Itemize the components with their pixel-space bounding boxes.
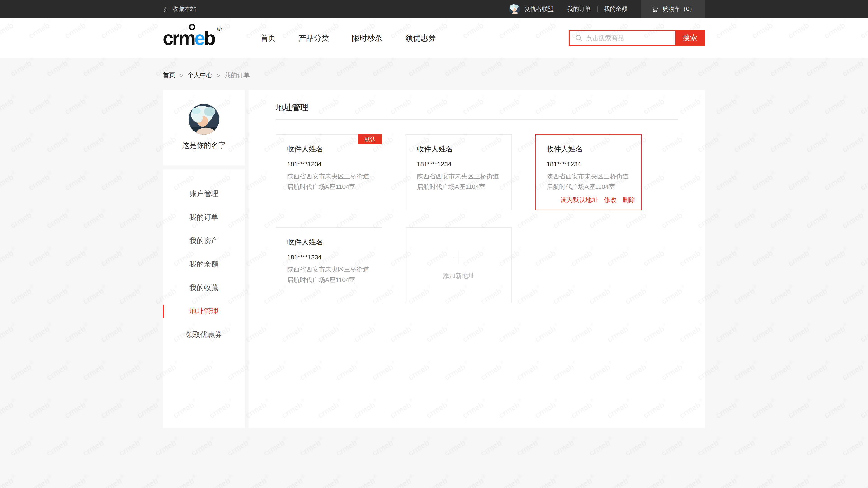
watermark-text: crmeb® xyxy=(858,94,868,117)
watermark-text: crmeb® xyxy=(858,398,868,420)
sidebar-item-account[interactable]: 账户管理 xyxy=(163,182,245,205)
watermark-text: crmeb® xyxy=(8,284,37,306)
watermark-text: crmeb® xyxy=(117,284,145,306)
edit-button[interactable]: 修改 xyxy=(604,196,617,204)
watermark-text: crmeb® xyxy=(0,170,19,193)
watermark-text: crmeb® xyxy=(117,132,145,155)
watermark-text: crmeb® xyxy=(587,435,615,458)
watermark-text: crmeb® xyxy=(0,284,0,306)
breadcrumb: 首页 > 个人中心 > 我的订单 xyxy=(163,71,705,79)
delete-button[interactable]: 删除 xyxy=(622,196,635,204)
watermark-text: crmeb® xyxy=(714,322,742,345)
watermark-text: crmeb® xyxy=(822,474,850,488)
sidebar-item-orders[interactable]: 我的订单 xyxy=(163,205,245,229)
main-nav: 首页 产品分类 限时秒杀 领优惠券 xyxy=(260,33,436,43)
nav-item-coupons[interactable]: 领优惠券 xyxy=(405,33,436,43)
username: 复仇者联盟 xyxy=(524,5,554,13)
watermark-text: crmeb® xyxy=(81,435,109,458)
topbar-balance-link[interactable]: 我的余额 xyxy=(604,5,627,13)
profile-name: 这是你的名字 xyxy=(182,141,225,151)
watermark-text: crmeb® xyxy=(497,474,525,488)
watermark-text: crmeb® xyxy=(8,132,37,155)
user-menu[interactable]: 复仇者联盟 xyxy=(509,4,554,14)
watermark-text: crmeb® xyxy=(515,435,543,458)
recipient-address: 陕西省西安市未央区三桥街道启航时代广场A座1104室 xyxy=(287,264,374,285)
watermark-text: crmeb® xyxy=(804,435,832,458)
watermark-text: crmeb® xyxy=(117,435,145,458)
address-card[interactable]: 收件人姓名 181****1234 陕西省西安市未央区三桥街道启航时代广场A座1… xyxy=(405,134,512,210)
watermark-text: crmeb® xyxy=(0,322,19,345)
sidebar: 这是你的名字 账户管理 我的订单 我的资产 我的余额 我的收藏 地址管理 领取优… xyxy=(163,90,245,428)
header: crmeb ® 首页 产品分类 限时秒杀 领优惠券 搜索 xyxy=(0,18,868,58)
address-panel: 地址管理 默认 收件人姓名 181****1234 陕西省西安市未央区三桥街道启… xyxy=(249,90,705,428)
sidebar-item-favorites[interactable]: 我的收藏 xyxy=(163,276,245,300)
add-address-label: 添加新地址 xyxy=(443,272,474,280)
sidebar-item-assets[interactable]: 我的资产 xyxy=(163,229,245,253)
watermark-text: crmeb® xyxy=(840,56,868,79)
sidebar-item-coupons[interactable]: 领取优惠券 xyxy=(163,323,245,347)
watermark-text: crmeb® xyxy=(804,56,832,79)
watermark-text: crmeb® xyxy=(0,94,19,117)
page: ☆ 收藏本站 复仇者联盟 我的订单 我的余额 购物车（0） xyxy=(0,0,868,488)
watermark-text: crmeb® xyxy=(714,474,742,488)
sidebar-item-addresses[interactable]: 地址管理 xyxy=(163,300,245,323)
watermark-text: crmeb® xyxy=(370,435,398,458)
watermark-text: crmeb® xyxy=(0,56,0,79)
logo-text-1: crm xyxy=(163,27,194,48)
add-address-card[interactable]: 添加新地址 xyxy=(405,227,512,303)
recipient-phone: 181****1234 xyxy=(287,160,374,168)
set-default-button[interactable]: 设为默认地址 xyxy=(560,196,598,204)
watermark-text: crmeb® xyxy=(768,208,796,231)
watermark-text: crmeb® xyxy=(786,246,814,269)
watermark-text: crmeb® xyxy=(0,360,0,383)
nav-item-categories[interactable]: 产品分类 xyxy=(298,33,329,43)
site-logo[interactable]: crmeb ® xyxy=(163,28,221,48)
sidebar-item-balance[interactable]: 我的余额 xyxy=(163,253,245,276)
watermark-text: crmeb® xyxy=(840,284,868,306)
watermark-text: crmeb® xyxy=(26,246,55,269)
watermark-text: crmeb® xyxy=(44,56,73,79)
cart-button[interactable]: 购物车（0） xyxy=(641,0,705,18)
watermark-text: crmeb® xyxy=(135,94,163,117)
watermark-text: crmeb® xyxy=(750,170,778,193)
watermark-text: crmeb® xyxy=(8,56,37,79)
watermark-text: crmeb® xyxy=(189,435,217,458)
address-card-actions: 设为默认地址 修改 删除 xyxy=(560,196,635,204)
watermark-text: crmeb® xyxy=(8,208,37,231)
avatar xyxy=(188,104,219,135)
address-card-default[interactable]: 默认 收件人姓名 181****1234 陕西省西安市未央区三桥街道启航时代广场… xyxy=(276,134,382,210)
watermark-text: crmeb® xyxy=(388,474,416,488)
favorite-site-link[interactable]: ☆ 收藏本站 xyxy=(163,5,196,13)
watermark-text: crmeb® xyxy=(81,132,109,155)
watermark-text: crmeb® xyxy=(0,474,19,488)
logo-ring-icon xyxy=(189,24,195,30)
divider xyxy=(276,119,678,120)
watermark-text: crmeb® xyxy=(406,435,434,458)
nav-item-flash-sale[interactable]: 限时秒杀 xyxy=(352,33,382,43)
breadcrumb-separator: > xyxy=(180,72,183,79)
address-card-selected[interactable]: 收件人姓名 181****1234 陕西省西安市未央区三桥街道启航时代广场A座1… xyxy=(535,134,642,210)
watermark-text: crmeb® xyxy=(0,132,0,155)
watermark-text: crmeb® xyxy=(99,398,127,420)
watermark-text: crmeb® xyxy=(352,474,380,488)
address-card[interactable]: 收件人姓名 181****1234 陕西省西安市未央区三桥街道启航时代广场A座1… xyxy=(276,227,382,303)
nav-item-home[interactable]: 首页 xyxy=(260,33,276,43)
watermark-text: crmeb® xyxy=(81,284,109,306)
search-input[interactable] xyxy=(569,31,675,45)
watermark-text: crmeb® xyxy=(44,208,73,231)
topbar-orders-link[interactable]: 我的订单 xyxy=(567,5,591,13)
logo-registered-mark: ® xyxy=(217,26,221,31)
watermark-text: crmeb® xyxy=(334,435,362,458)
watermark-text: crmeb® xyxy=(63,322,91,345)
breadcrumb-home[interactable]: 首页 xyxy=(163,71,176,79)
watermark-text: crmeb® xyxy=(732,208,760,231)
watermark-text: crmeb® xyxy=(786,398,814,420)
topbar: ☆ 收藏本站 复仇者联盟 我的订单 我的余额 购物车（0） xyxy=(0,0,868,18)
topbar-right: 复仇者联盟 我的订单 我的余额 购物车（0） xyxy=(509,0,705,18)
breadcrumb-current: 我的订单 xyxy=(224,71,250,79)
search-button[interactable]: 搜索 xyxy=(675,31,704,45)
watermark-text: crmeb® xyxy=(750,94,778,117)
breadcrumb-user-center[interactable]: 个人中心 xyxy=(187,71,213,79)
recipient-name: 收件人姓名 xyxy=(417,144,504,154)
watermark-text: crmeb® xyxy=(99,170,127,193)
